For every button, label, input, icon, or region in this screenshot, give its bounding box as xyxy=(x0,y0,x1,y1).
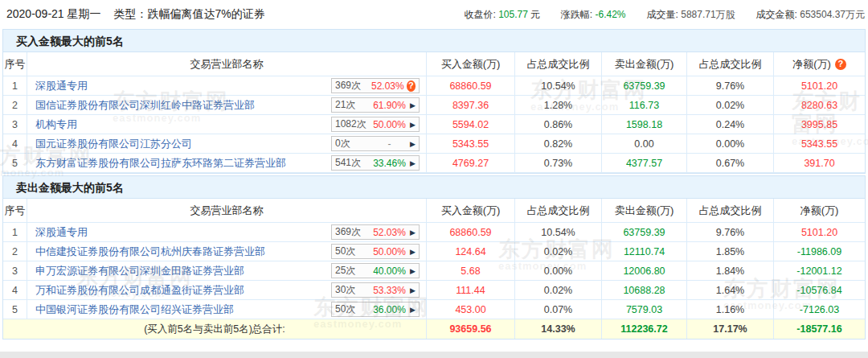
sell-amount: 1598.18 xyxy=(602,115,687,134)
net-amount: -11986.09 xyxy=(774,242,865,261)
branch-name-link[interactable]: 国元证券股份有限公司江苏分公司 xyxy=(35,137,192,151)
branch-name-link[interactable]: 深股通专用 xyxy=(35,79,88,93)
trade-count-badge[interactable]: 369次52.03%? xyxy=(331,78,420,93)
appearance-count: 541次 xyxy=(335,156,369,170)
col-header-branch-name: 交易营业部名称 xyxy=(27,52,427,76)
branch-name-link[interactable]: 国信证券股份有限公司深圳红岭中路证券营业部 xyxy=(35,98,255,113)
sell-table-body: 1深股通专用369次52.03%▶68860.5910.54%63759.399… xyxy=(3,223,865,319)
sell-amount: 10688.28 xyxy=(602,281,687,300)
branch-name-link[interactable]: 万和证券股份有限公司成都通盈街证券营业部 xyxy=(35,283,244,298)
sell-ratio: 1.84% xyxy=(687,261,774,281)
win-rate: 52.03% xyxy=(371,227,407,238)
expand-arrow-icon[interactable]: ▶ xyxy=(410,248,416,256)
appearance-count: 369次 xyxy=(335,225,369,239)
stat-label: 收盘价: xyxy=(464,9,498,20)
expand-arrow-icon[interactable]: ▶ xyxy=(410,286,416,294)
appearance-count: 1082次 xyxy=(335,117,369,131)
win-rate: 52.03% xyxy=(371,80,404,92)
row-seq: 2 xyxy=(3,96,27,115)
col-header-buy-ratio: 占总成交比例 xyxy=(515,199,602,223)
expand-arrow-icon[interactable]: ▶ xyxy=(410,121,416,129)
buy-section-title: 买入金额最大的前5名 xyxy=(3,30,865,52)
col-header-net-amount: 净额(万) xyxy=(774,199,865,223)
win-rate: 40.00% xyxy=(371,265,407,277)
date-label: 2020-09-21 星期一 xyxy=(6,7,101,22)
appearance-count: 0次 xyxy=(335,137,369,150)
trade-count-badge[interactable]: 1082次50.00%▶ xyxy=(331,117,420,132)
help-icon[interactable]: ? xyxy=(407,80,416,92)
stat-value: -6.42% xyxy=(596,9,626,20)
net-amount: -12001.12 xyxy=(774,261,865,281)
buy-ratio: 0.82% xyxy=(515,134,602,154)
appearance-count: 50次 xyxy=(335,245,369,258)
buy-amount: 4769.27 xyxy=(427,154,515,173)
net-amount: 5101.20 xyxy=(774,76,865,96)
sell-top5-section: 卖出金额最大的前5名 序号交易营业部名称买入金额(万)占总成交比例卖出金额(万)… xyxy=(2,175,866,339)
expand-arrow-icon[interactable]: ▶ xyxy=(410,267,416,275)
trade-count-badge[interactable]: 0次-▶ xyxy=(331,136,420,151)
sell-ratio: 1.16% xyxy=(687,300,774,319)
help-icon[interactable]: ? xyxy=(835,59,846,70)
table-row: 4万和证券股份有限公司成都通盈街证券营业部30次53.33%▶111.440.0… xyxy=(3,281,865,300)
expand-arrow-icon[interactable]: ▶ xyxy=(410,228,416,237)
buy-amount: 111.44 xyxy=(427,281,515,300)
branch-name-link[interactable]: 东方财富证券股份有限公司拉萨东环路第二证券营业部 xyxy=(35,156,286,171)
summary-net-amount: -18577.16 xyxy=(774,319,865,339)
table-row: 1深股通专用369次52.03%?68860.5910.54%63759.399… xyxy=(3,76,865,96)
col-header-buy-amount: 买入金额(万) xyxy=(427,52,515,76)
expand-arrow-icon[interactable]: ▶ xyxy=(410,101,416,109)
topbar: 2020-09-21 星期一 类型：跌幅偏离值达7%的证券 收盘价: 105.7… xyxy=(0,0,868,29)
branch-cell: 深股通专用369次52.03%▶ xyxy=(27,223,427,242)
buy-amount: 8397.36 xyxy=(427,96,515,115)
branch-name-link[interactable]: 申万宏源证券有限公司深圳金田路证券营业部 xyxy=(35,264,244,278)
trade-count-badge[interactable]: 369次52.03%▶ xyxy=(331,224,420,240)
sell-amount: 63759.39 xyxy=(602,223,687,242)
sell-amount: 116.73 xyxy=(602,96,687,115)
branch-name-link[interactable]: 中国银河证券股份有限公司绍兴证券营业部 xyxy=(35,302,234,317)
trade-count-badge[interactable]: 50次50.00%▶ xyxy=(331,244,420,259)
title-area: 2020-09-21 星期一 类型：跌幅偏离值达7%的证券 xyxy=(6,7,265,22)
net-amount: 391.70 xyxy=(774,154,865,173)
branch-name-link[interactable]: 深股通专用 xyxy=(35,225,88,240)
trade-count-badge[interactable]: 30次53.33%▶ xyxy=(331,282,420,298)
col-header-buy-ratio: 占总成交比例 xyxy=(515,52,602,76)
stat-value: 105.77 xyxy=(498,9,528,20)
branch-cell: 机构专用1082次50.00%▶ xyxy=(27,115,427,134)
branch-cell: 深股通专用369次52.03%? xyxy=(27,76,427,96)
expand-arrow-icon[interactable]: ▶ xyxy=(410,140,416,148)
buy-ratio: 0.02% xyxy=(515,281,602,300)
sell-ratio: 0.02% xyxy=(687,96,774,115)
branch-name-link[interactable]: 中信建投证券股份有限公司杭州庆春路证券营业部 xyxy=(35,245,265,259)
sell-ratio: 0.00% xyxy=(687,134,774,154)
trade-count-badge[interactable]: 541次33.46%▶ xyxy=(331,155,420,171)
sell-amount: 7579.03 xyxy=(602,300,687,319)
sell-section-title: 卖出金额最大的前5名 xyxy=(3,176,865,199)
branch-cell: 国信证券股份有限公司深圳红岭中路证券营业部21次61.90%▶ xyxy=(27,96,427,115)
trade-count-badge[interactable]: 25次40.00%▶ xyxy=(331,263,420,278)
col-header-sell-amount: 卖出金额(万) xyxy=(602,52,687,76)
stat-close-price: 收盘价: 105.77元 xyxy=(464,8,539,22)
row-seq: 1 xyxy=(3,76,27,96)
sell-amount: 12110.74 xyxy=(602,242,687,261)
branch-name-link[interactable]: 机构专用 xyxy=(35,117,77,132)
sell-ratio: 0.24% xyxy=(687,115,774,134)
sell-ratio: 9.76% xyxy=(687,76,774,96)
buy-amount: 453.00 xyxy=(427,300,515,319)
branch-cell: 中国银河证券股份有限公司绍兴证券营业部50次36.00%▶ xyxy=(27,300,427,319)
appearance-count: 369次 xyxy=(335,79,369,93)
expand-arrow-icon[interactable]: ▶ xyxy=(410,159,416,167)
type-label: 类型：跌幅偏离值达7%的证券 xyxy=(114,7,265,22)
row-seq: 4 xyxy=(3,134,27,154)
branch-cell: 国元证券股份有限公司江苏分公司0次-▶ xyxy=(27,134,427,154)
trade-count-badge[interactable]: 50次36.00%▶ xyxy=(331,302,420,317)
win-rate: 50.00% xyxy=(371,119,407,130)
buy-amount: 5594.02 xyxy=(427,115,515,134)
expand-arrow-icon[interactable]: ▶ xyxy=(410,306,416,314)
row-seq: 5 xyxy=(3,154,27,173)
lhb-trading-panel: 2020-09-21 星期一 类型：跌幅偏离值达7%的证券 收盘价: 105.7… xyxy=(0,0,868,358)
col-header-net-label: 净额(万) xyxy=(792,57,831,72)
table-row: 1深股通专用369次52.03%▶68860.5910.54%63759.399… xyxy=(3,223,865,242)
appearance-count: 25次 xyxy=(335,264,369,278)
trade-count-badge[interactable]: 21次61.90%▶ xyxy=(331,97,420,113)
net-amount: 5101.20 xyxy=(774,223,865,242)
